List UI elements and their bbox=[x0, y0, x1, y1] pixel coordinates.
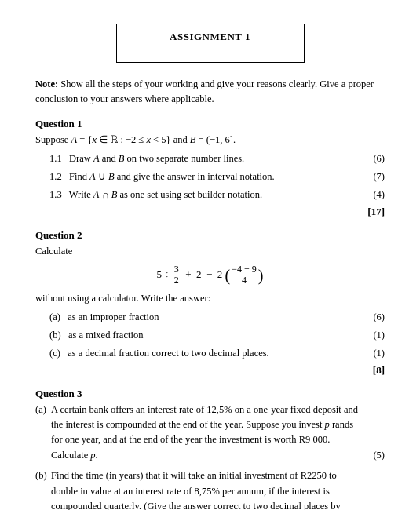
q1-total: [17] bbox=[35, 206, 385, 218]
q1-sub3: 1.3 Write A ∩ B as one set using set bui… bbox=[35, 188, 385, 202]
q3-sub1: (a) A certain bank offers an interest ra… bbox=[35, 403, 385, 464]
q3-sub2-label: (b) bbox=[35, 468, 51, 510]
q2-after-formula: without using a calculator. Write the an… bbox=[35, 291, 385, 306]
q2-formula: 5 ÷ 32 + 2 − 2 (−4 + 94) bbox=[35, 264, 385, 286]
q1-sub1-text: 1.1 Draw A and B on two separate number … bbox=[35, 151, 361, 166]
q2-sub1: (a) as an improper fraction (6) bbox=[35, 310, 385, 325]
q2-sub3-mark: (1) bbox=[361, 346, 385, 361]
q1-sub1: 1.1 Draw A and B on two separate number … bbox=[35, 151, 385, 166]
note-section: Note: Show all the steps of your working… bbox=[35, 77, 385, 107]
question-3: Question 3 (a) A certain bank offers an … bbox=[35, 388, 385, 510]
q2-total: [8] bbox=[35, 364, 385, 377]
q1-heading: Question 1 bbox=[35, 118, 385, 130]
q3-sub2: (b) Find the time (in years) that it wil… bbox=[35, 468, 385, 510]
q1-sub3-text: 1.3 Write A ∩ B as one set using set bui… bbox=[35, 188, 361, 202]
q2-intro: Calculate bbox=[35, 244, 385, 259]
question-1: Question 1 Suppose A = {x ∈ ℝ : −2 ≤ x <… bbox=[35, 118, 385, 218]
q2-sub2-text: (b) as a mixed fraction bbox=[35, 328, 361, 343]
note-label: Note: bbox=[35, 78, 58, 89]
q1-sub2-text: 1.2 Find A ∪ B and give the answer in in… bbox=[35, 169, 361, 184]
q1-intro: Suppose A = {x ∈ ℝ : −2 ≤ x < 5} and B =… bbox=[35, 133, 385, 148]
q2-heading: Question 2 bbox=[35, 229, 385, 242]
q3-sub1-mark: (5) bbox=[361, 448, 385, 463]
q3-sub1-label: (a) bbox=[35, 403, 51, 464]
q3-heading: Question 3 bbox=[35, 388, 385, 400]
q3-sub2-text: Find the time (in years) that it will ta… bbox=[51, 468, 361, 510]
assignment-title: ASSIGNMENT 1 bbox=[130, 31, 291, 43]
q2-sub3: (c) as a decimal fraction correct to two… bbox=[35, 346, 385, 361]
q2-sub2: (b) as a mixed fraction (1) bbox=[35, 328, 385, 343]
note-text: Show all the steps of your working and g… bbox=[35, 78, 374, 104]
q2-sub2-mark: (1) bbox=[361, 328, 385, 343]
q3-sub1-text: A certain bank offers an interest rate o… bbox=[51, 403, 361, 464]
question-2: Question 2 Calculate 5 ÷ 32 + 2 − 2 (−4 … bbox=[35, 229, 385, 377]
q1-sub2-mark: (7) bbox=[361, 169, 385, 184]
q1-sub3-mark: (4) bbox=[361, 188, 385, 202]
q2-sub1-mark: (6) bbox=[361, 310, 385, 325]
q1-sub1-mark: (6) bbox=[361, 151, 385, 166]
q2-sub3-text: (c) as a decimal fraction correct to two… bbox=[35, 346, 361, 361]
q1-sub2: 1.2 Find A ∪ B and give the answer in in… bbox=[35, 169, 385, 184]
q2-sub1-text: (a) as an improper fraction bbox=[35, 310, 361, 325]
assignment-box: ASSIGNMENT 1 bbox=[116, 24, 305, 63]
